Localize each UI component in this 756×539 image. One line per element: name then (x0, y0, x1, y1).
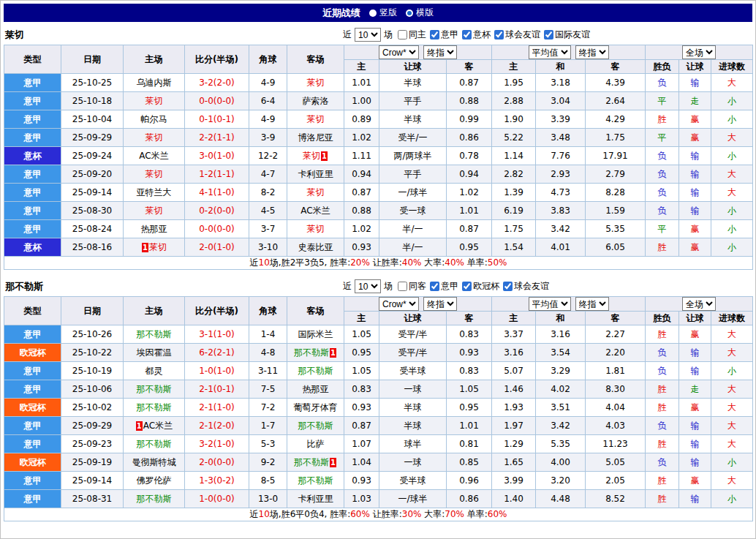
column-header: 主 (344, 60, 379, 74)
odds-value: 1.07 (344, 435, 379, 453)
outcome-value: 输 (679, 417, 711, 435)
league-type-badge: 欧冠杯 (4, 399, 61, 417)
recent-count-select[interactable]: 10 (355, 279, 381, 293)
odds-value: 0.93 (344, 399, 379, 417)
away-team-name: 莱切 (307, 78, 325, 88)
competition-1[interactable]: 欧冠杯 (462, 280, 499, 293)
average-odds-group: 平均值终指 (492, 45, 646, 60)
odds-value: 0.81 (447, 435, 492, 453)
score: 1-2(1-1) (185, 165, 249, 184)
odds-value: 1.14 (492, 147, 536, 165)
odds-value: 0.93 (344, 472, 379, 490)
competition-3[interactable]: 国际友谊 (544, 29, 590, 41)
odds-value: 17.91 (586, 147, 646, 165)
column-header: 进球数 (711, 60, 753, 74)
radio-vertical-layout[interactable]: 竖版 (369, 7, 397, 19)
away-team-cell: 史泰比亚 (287, 238, 344, 257)
odds-value: 一/球半 (379, 490, 447, 508)
home-team-cell: 莱切 (124, 129, 185, 147)
score: 4-1(1-0) (185, 184, 249, 202)
odds-value: 0.83 (447, 362, 492, 380)
column-header: 比分(半场) (185, 297, 249, 325)
odds-value: 0.93 (344, 238, 379, 257)
outcome-value: 胜 (646, 325, 679, 344)
column-header: 和 (536, 312, 586, 325)
competition-0-checkbox[interactable] (430, 282, 439, 291)
match-row: 意杯25-08-161莱切2-0(1-0)3-10史泰比亚0.93半/一0.95… (4, 238, 753, 257)
outcome-value: 胜 (646, 380, 679, 399)
odds-value: 0.95 (344, 344, 379, 362)
bookmaker-select[interactable]: Crow* (379, 45, 419, 59)
average-stage-select[interactable]: 终指 (575, 45, 609, 59)
odds-value: 1.81 (586, 362, 646, 380)
radio-unselected-icon (369, 10, 377, 17)
odds-value: 3.16 (536, 325, 586, 344)
odds-value: 1.90 (492, 110, 536, 129)
same-venue-checkbox[interactable] (398, 30, 407, 39)
competition-1-label: 欧冠杯 (473, 280, 499, 293)
competition-3-label: 国际友谊 (555, 29, 590, 41)
league-type-badge: 意甲 (4, 184, 61, 202)
away-team-cell: 莱切 (287, 74, 344, 92)
team-header-row: 莱切近10场同主意甲意杯球会友谊国际友谊 (4, 26, 752, 43)
odds-value: 3.51 (536, 399, 586, 417)
away-team-cell: AC米兰 (287, 202, 344, 220)
same-venue[interactable]: 同客 (398, 280, 426, 293)
outcome-value: 输 (679, 344, 711, 362)
score: 2-1(1-0) (185, 399, 249, 417)
competition-2[interactable]: 球会友谊 (494, 29, 540, 41)
outcome-value: 负 (646, 344, 679, 362)
home-team-cell: 那不勒斯 (124, 325, 185, 344)
away-team-cell: 莱切 (287, 110, 344, 129)
bookmaker-select[interactable]: Crow* (379, 297, 419, 311)
competition-2-checkbox[interactable] (494, 30, 504, 39)
scope-select[interactable]: 全场 (682, 297, 716, 311)
same-venue-checkbox[interactable] (398, 282, 407, 291)
competition-0[interactable]: 意甲 (430, 29, 458, 41)
league-type-badge: 意甲 (4, 325, 61, 344)
red-card-badge: 1 (142, 243, 148, 252)
games-unit-label: 场 (384, 29, 393, 41)
summary-row: 近10场,胜6平0负4, 胜率:60% 让胜率:30% 大率:70% 单率:60… (4, 508, 753, 521)
scope-select[interactable]: 全场 (682, 45, 716, 59)
odds-value: 0.83 (344, 380, 379, 399)
away-team-name: 那不勒斯 (298, 366, 333, 376)
odds-value: 1.02 (344, 220, 379, 238)
match-date: 25-09-20 (61, 165, 124, 184)
average-stage-select[interactable]: 终指 (575, 297, 609, 311)
column-header: 客 (447, 60, 492, 74)
outcome-value: 大 (711, 472, 753, 490)
match-date: 25-08-31 (61, 490, 124, 508)
odds-value: 3.20 (536, 472, 586, 490)
same-venue[interactable]: 同主 (398, 29, 426, 41)
competition-1-checkbox[interactable] (462, 282, 472, 291)
competition-1-checkbox[interactable] (462, 30, 472, 39)
recent-count-select[interactable]: 10 (355, 28, 381, 42)
radio-horizontal-layout[interactable]: 横版 (406, 7, 434, 19)
home-team-name: AC米兰 (139, 151, 168, 161)
competition-1[interactable]: 意杯 (462, 29, 491, 41)
average-select[interactable]: 平均值 (529, 45, 571, 59)
average-select[interactable]: 平均值 (529, 297, 571, 311)
league-type-badge: 意杯 (4, 238, 61, 257)
competition-0-checkbox[interactable] (430, 30, 439, 39)
away-team-name: 那不勒斯 (298, 475, 333, 486)
bookmaker-stage-select[interactable]: 终指 (423, 45, 457, 59)
match-row: 意甲25-10-19都灵1-0(1-0)3-11那不勒斯1.05受半球0.835… (4, 362, 753, 380)
competition-3-checkbox[interactable] (544, 30, 553, 39)
odds-value: 1.95 (492, 74, 536, 92)
odds-value: 半/一 (379, 220, 447, 238)
competition-0[interactable]: 意甲 (430, 280, 458, 293)
match-row: 意甲25-09-14佛罗伦萨1-3(0-2)8-5那不勒斯0.93受半球0.96… (4, 472, 753, 490)
competition-2-checkbox[interactable] (503, 282, 513, 291)
odds-value: 2.27 (586, 325, 646, 344)
odds-value: 受半球 (379, 362, 447, 380)
away-team-name: 葡萄牙体育 (294, 402, 338, 412)
odds-value: 11.23 (586, 435, 646, 453)
competition-2[interactable]: 球会友谊 (503, 280, 549, 293)
match-row: 意甲25-09-20莱切1-2(1-1)4-7卡利亚里0.94平手0.942.8… (4, 165, 753, 184)
odds-value: 3.48 (536, 129, 586, 147)
bookmaker-odds-group: Crow*终指 (344, 297, 492, 312)
match-date: 25-10-22 (61, 344, 124, 362)
bookmaker-stage-select[interactable]: 终指 (423, 297, 457, 311)
